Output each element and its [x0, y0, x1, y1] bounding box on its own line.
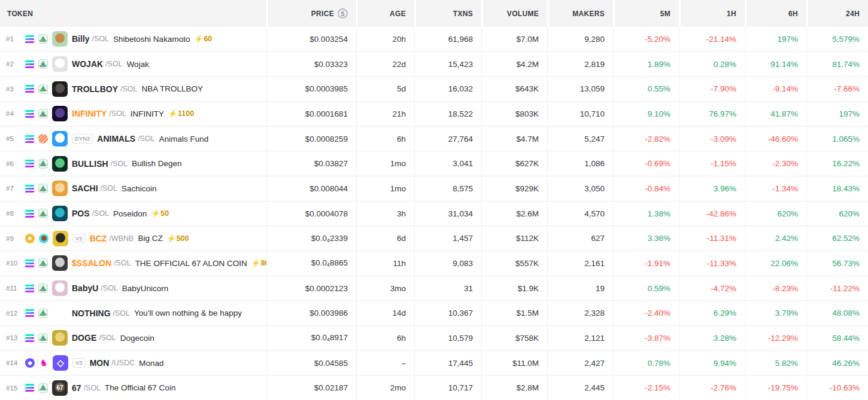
boost-count: 60 [204, 35, 212, 43]
change-5m-cell: 0.59% [613, 276, 679, 301]
price-value: $0.0002123 [305, 284, 348, 293]
price-cell: $0.008044 [266, 176, 356, 201]
token-name: Sachicoin [122, 184, 157, 193]
change-1h-cell: -1.15% [679, 151, 745, 176]
rank-label: #5 [6, 135, 21, 142]
change-5m-cell: 0.55% [613, 77, 679, 101]
solana-chain-icon [25, 185, 34, 193]
txns-cell: 8,575 [414, 176, 481, 201]
txns-cell: 10,717 [414, 375, 481, 400]
price-cell: $0.003986 [266, 301, 356, 325]
col-header-makers[interactable]: MAKERS [547, 0, 613, 27]
table-row[interactable]: #5DYN2ANIMALS/SOLAnimals Fund$0.00082596… [0, 127, 868, 152]
volume-cell: $2.6M [481, 201, 547, 226]
makers-cell: 10,710 [547, 102, 613, 126]
rank-label: #10 [6, 259, 21, 267]
change-1h-cell: 9.94% [679, 351, 745, 375]
table-row[interactable]: #4SWAPINFINITY/SOLINFINITY⚡1100$0.000168… [0, 102, 868, 127]
table-row[interactable]: #7SWAPSACHI/SOLSachicoin$0.0080441mo8,57… [0, 176, 868, 201]
change-6h-cell: 5.82% [745, 351, 806, 375]
change-6h-cell: -2.30% [745, 151, 806, 176]
change-24h-cell: 1,065% [806, 127, 868, 151]
lightning-boost-icon: ⚡ [251, 259, 260, 267]
change-1h-cell: -2.76% [679, 375, 745, 400]
table-row[interactable]: #6SWAPBULLISH/SOLBullish Degen$0.038271m… [0, 151, 868, 176]
table-row[interactable]: #1SWAPBilly/SOLShibetoshi Nakamoto⚡60$0.… [0, 27, 868, 52]
token-symbol: MON [90, 358, 110, 368]
col-header-1h[interactable]: 1H [679, 0, 745, 27]
change-1h-cell: 76.97% [679, 102, 745, 126]
price-value: $0.048865 [311, 258, 348, 268]
col-header-age[interactable]: AGE [356, 0, 414, 27]
quote-token-label: /USDC [111, 359, 135, 367]
rank-label: #3 [6, 86, 21, 93]
token-symbol: BULLISH [72, 159, 108, 169]
pumpswap-dex-icon: SWAP [38, 383, 48, 393]
pool-version-badge: V2 [72, 234, 86, 243]
age-cell: 3mo [356, 276, 414, 301]
pumpswap-dex-icon: SWAP [38, 159, 48, 169]
table-row[interactable]: #14◆♞◇V3MON/USDCMonad$0.04585–17,445$11.… [0, 351, 868, 376]
quote-token-label: /SOL [113, 309, 130, 317]
volume-cell: $7.0M [481, 27, 547, 51]
rank-label: #15 [6, 384, 21, 392]
change-5m-cell: 3.36% [613, 226, 679, 251]
lightning-boost-icon: ⚡ [194, 35, 203, 43]
token-avatar [52, 56, 68, 72]
solana-chain-icon [25, 135, 34, 143]
col-header-volume[interactable]: VOLUME [481, 0, 547, 27]
table-row[interactable]: #13SWAPDOGE/SOLDogecoin$0.0489176h10,579… [0, 326, 868, 351]
boost-count: 1100 [178, 109, 194, 118]
rank-label: #11 [6, 285, 21, 292]
txns-cell: 10,579 [414, 326, 481, 350]
makers-cell: 2,819 [547, 52, 613, 77]
change-1h-cell: -7.90% [679, 77, 745, 101]
table-row[interactable]: #3SWAPTROLLBOY/SOLNBA TROLLBOY$0.0003985… [0, 77, 868, 102]
age-cell: 6h [356, 326, 414, 350]
price-value: $0.0001681 [305, 109, 348, 118]
boost-count: 50 [160, 209, 169, 218]
boost-badge[interactable]: ⚡60 [194, 35, 212, 43]
boost-badge[interactable]: ⚡1100 [168, 109, 194, 118]
boost-badge[interactable]: ⚡800 [251, 259, 266, 267]
pool-version-badge: V3 [72, 358, 86, 367]
boost-badge[interactable]: ⚡500 [167, 234, 189, 243]
col-header-24h[interactable]: 24H [806, 0, 868, 27]
monad-chain-icon: ◆ [25, 358, 35, 368]
makers-cell: 9,280 [547, 27, 613, 51]
pumpswap-dex-icon: SWAP [38, 309, 48, 318]
col-header-6h[interactable]: 6H [745, 0, 806, 27]
col-header-price[interactable]: PRICE $ [266, 0, 356, 27]
table-row[interactable]: #2SWAPWOJAK/SOLWojak$0.0332322d15,423$4.… [0, 52, 868, 77]
col-header-token[interactable]: TOKEN [0, 0, 266, 27]
pool-version-badge: DYN2 [72, 134, 93, 143]
boost-badge[interactable]: ⚡50 [151, 209, 169, 218]
token-name: Big CZ [138, 234, 162, 243]
solana-chain-icon [25, 60, 34, 68]
quote-token-label: /SOL [101, 184, 118, 193]
makers-cell: 2,121 [547, 326, 613, 350]
table-row[interactable]: #9◆V2BCZ/WBNBBig CZ⚡500$0.0423396d1,457$… [0, 226, 868, 251]
token-avatar [52, 206, 68, 221]
price-cell: $0.0001681 [266, 102, 356, 126]
change-6h-cell: 3.79% [745, 301, 806, 325]
age-cell: 3h [356, 201, 414, 226]
change-5m-cell: -5.20% [613, 27, 679, 51]
token-symbol: DOGE [72, 333, 96, 343]
solana-chain-icon [25, 259, 34, 267]
col-header-txns[interactable]: TXNS [414, 0, 481, 27]
table-row[interactable]: #12SWAPNOTHING/SOLYou'll own nothing & b… [0, 301, 868, 326]
table-row[interactable]: #8SWAPPOS/SOLPoseidon⚡50$0.00040783h31,0… [0, 201, 868, 227]
token-name: Bullish Degen [132, 159, 181, 168]
age-cell: 1mo [356, 151, 414, 176]
table-row[interactable]: #11SWAPBabyU/SOLBabyUnicorn$0.00021233mo… [0, 276, 868, 301]
volume-cell: $929K [481, 176, 547, 201]
table-row[interactable]: #15SWAP6767/SOLThe Official 67 Coin$0.02… [0, 375, 868, 400]
age-cell: – [356, 351, 414, 375]
table-row[interactable]: #10SWAP$SSALON/SOLTHE OFFICIAL 67 ALON C… [0, 251, 868, 276]
pumpswap-dex-icon: SWAP [38, 184, 48, 193]
change-1h-cell: -21.14% [679, 27, 745, 51]
col-header-5m[interactable]: 5M [613, 0, 679, 27]
rank-label: #7 [6, 185, 21, 192]
change-1h-cell: -42.86% [679, 201, 745, 226]
